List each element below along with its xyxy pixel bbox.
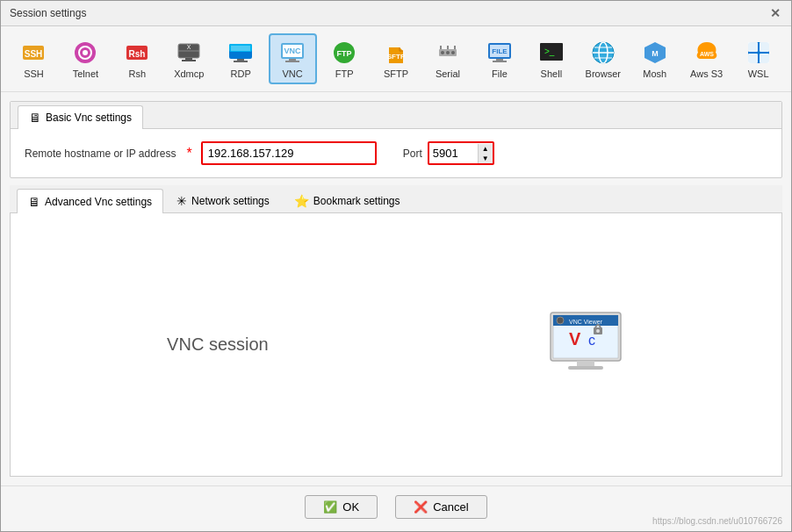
rdp-label: RDP: [231, 68, 251, 79]
vnc-label: VNC: [283, 68, 303, 79]
hostname-input[interactable]: [201, 141, 377, 165]
toolbar-item-rdp[interactable]: RDP: [217, 33, 265, 84]
bookmark-tab-label: Bookmark settings: [313, 195, 400, 207]
toolbar-item-telnet[interactable]: Telnet: [61, 33, 110, 84]
ok-label: OK: [342, 500, 359, 514]
svg-text:SSH: SSH: [25, 49, 43, 59]
cancel-icon: ❌: [414, 500, 428, 514]
close-button[interactable]: ✕: [768, 6, 782, 20]
serial-icon: [434, 39, 462, 67]
bottom-content: VNC session VNC Viewer: [10, 213, 782, 477]
svg-point-26: [441, 51, 444, 54]
telnet-icon: [71, 39, 99, 67]
vnc-monitor-icon: VNC Viewer V c: [546, 308, 625, 382]
watermark: https://blog.csdn.net/u010766726: [652, 516, 782, 526]
file-label: File: [492, 68, 508, 79]
port-decrement-button[interactable]: ▼: [479, 154, 493, 163]
hostname-label: Remote hostname or IP address: [25, 147, 176, 160]
wsl-label: WSL: [748, 68, 769, 79]
basic-section: 🖥 Basic Vnc settings Remote hostname or …: [10, 101, 782, 178]
svg-text:SFTP: SFTP: [387, 53, 406, 61]
tab-bookmark[interactable]: ⭐ Bookmark settings: [283, 189, 412, 212]
toolbar-item-rsh[interactable]: Rsh Rsh: [113, 33, 162, 84]
svg-rect-51: [748, 54, 758, 63]
awss3-label: Aws S3: [690, 68, 723, 79]
port-label: Port: [403, 147, 422, 160]
svg-rect-50: [760, 42, 769, 52]
svg-text:FTP: FTP: [337, 49, 352, 58]
basic-section-tabs: 🖥 Basic Vnc settings: [11, 102, 781, 129]
svg-text:>_: >_: [544, 47, 555, 56]
file-icon: FILE: [486, 39, 514, 67]
network-tab-label: Network settings: [191, 195, 270, 207]
toolbar-item-file[interactable]: FILE File: [475, 33, 523, 84]
basic-vnc-tab[interactable]: 🖥 Basic Vnc settings: [18, 105, 143, 129]
tab-network[interactable]: ✳ Network settings: [165, 189, 281, 212]
vnc-session-label: VNC session: [167, 334, 269, 355]
basic-vnc-tab-label: Basic Vnc settings: [46, 111, 132, 124]
toolbar-item-shell[interactable]: >_ Shell: [527, 33, 575, 84]
advanced-vnc-tab-label: Advanced Vnc settings: [45, 196, 152, 208]
bottom-section: 🖥 Advanced Vnc settings ✳ Network settin…: [10, 185, 782, 477]
rsh-icon: Rsh: [123, 39, 151, 67]
xdmcp-icon: X: [175, 39, 203, 67]
svg-text:VNC: VNC: [284, 47, 302, 55]
toolbar-item-ssh[interactable]: SSH SSH: [10, 33, 58, 84]
hostname-required: *: [187, 146, 192, 162]
toolbar-item-vnc[interactable]: VNC VNC: [269, 33, 317, 84]
mosh-icon: M: [641, 39, 669, 67]
toolbar-item-xdmcp[interactable]: X Xdmcp: [165, 33, 213, 84]
port-group: Port ▲ ▼: [403, 141, 494, 165]
rsh-label: Rsh: [129, 68, 147, 79]
sftp-label: SFTP: [384, 68, 408, 79]
toolbar-item-mosh[interactable]: M Mosh: [630, 33, 679, 84]
browser-label: Browser: [586, 68, 621, 79]
shell-icon: >_: [537, 39, 565, 67]
toolbar: SSH SSH Telnet Rsh: [1, 26, 791, 92]
svg-text:Rsh: Rsh: [129, 49, 146, 59]
cancel-label: Cancel: [433, 500, 468, 514]
port-input[interactable]: [429, 143, 478, 163]
xdmcp-label: Xdmcp: [174, 68, 204, 79]
main-content: 🖥 Basic Vnc settings Remote hostname or …: [1, 92, 791, 485]
toolbar-item-browser[interactable]: Browser: [579, 33, 627, 84]
svg-point-27: [446, 51, 450, 54]
port-spinner: ▲ ▼: [478, 144, 493, 163]
svg-rect-52: [760, 54, 769, 63]
ssh-icon: SSH: [19, 39, 47, 67]
basic-vnc-tab-icon: 🖥: [29, 111, 41, 125]
awss3-icon: AWS: [693, 39, 721, 67]
svg-point-63: [596, 329, 600, 333]
vnc-monitor-svg: VNC Viewer V c: [546, 308, 625, 378]
bottom-tabs: 🖥 Advanced Vnc settings ✳ Network settin…: [10, 185, 782, 213]
ok-button[interactable]: ✅ OK: [305, 495, 378, 519]
svg-text:M: M: [652, 49, 659, 58]
svg-rect-49: [748, 42, 758, 52]
svg-rect-55: [577, 361, 594, 366]
session-settings-dialog: Session settings ✕ SSH SSH Teln: [0, 0, 792, 532]
hostname-row: Remote hostname or IP address * Port ▲ ▼: [25, 141, 767, 165]
toolbar-item-wsl[interactable]: WSL: [734, 33, 782, 84]
shell-label: Shell: [541, 68, 562, 79]
toolbar-item-sftp[interactable]: SFTP SFTP: [372, 33, 421, 84]
svg-point-4: [83, 50, 88, 55]
svg-text:AWS: AWS: [700, 51, 714, 57]
cancel-button[interactable]: ❌ Cancel: [395, 495, 486, 519]
wsl-icon: [745, 39, 773, 67]
svg-point-28: [451, 51, 455, 54]
svg-rect-16: [231, 46, 250, 51]
port-input-wrap: ▲ ▼: [428, 141, 494, 165]
toolbar-item-serial[interactable]: Serial: [424, 33, 472, 84]
mosh-label: Mosh: [643, 68, 666, 79]
port-increment-button[interactable]: ▲: [479, 144, 493, 154]
telnet-label: Telnet: [73, 68, 98, 79]
bookmark-tab-icon: ⭐: [294, 194, 309, 208]
toolbar-item-awss3[interactable]: AWS Aws S3: [682, 33, 731, 84]
svg-text:FILE: FILE: [492, 47, 508, 55]
tab-advanced-vnc[interactable]: 🖥 Advanced Vnc settings: [17, 189, 163, 213]
title-bar: Session settings ✕: [1, 1, 791, 26]
dialog-title: Session settings: [10, 7, 86, 19]
sftp-icon: SFTP: [382, 39, 410, 67]
svg-rect-56: [568, 366, 603, 370]
toolbar-item-ftp[interactable]: FTP FTP: [320, 33, 369, 84]
